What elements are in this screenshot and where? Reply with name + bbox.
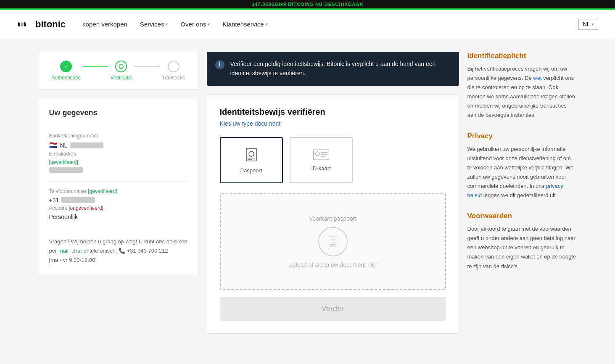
over-ons-chevron: ▾ bbox=[208, 22, 210, 26]
step-line-1 bbox=[83, 66, 108, 67]
center-panel: ℹ Verifieer een geldig identiteitsbewijs… bbox=[207, 52, 459, 334]
privacy-text: We gebruiken uw persoonlijke informatie … bbox=[467, 145, 577, 200]
phone-icon: 📞 bbox=[119, 248, 125, 254]
step-circle-authenticatie: ✓ bbox=[60, 61, 72, 72]
logo[interactable]: bitonic bbox=[17, 19, 66, 30]
phone-label: Telefoonnummer [geverifieerd] bbox=[49, 188, 188, 194]
upload-passport-icon bbox=[318, 227, 348, 256]
verify-title: Identiteitsbewijs verifiëren bbox=[220, 107, 446, 117]
email-blurred bbox=[49, 167, 83, 173]
account-label: Account [ongeverifieerd] bbox=[49, 205, 188, 211]
doc-label-paspoort: Paspoort bbox=[240, 167, 262, 174]
lang-chevron: ▾ bbox=[591, 22, 594, 26]
doc-options: Paspoort ID-kaart bbox=[220, 137, 446, 183]
phone-value: +31 bbox=[49, 197, 188, 203]
help-chat-link[interactable]: chat bbox=[71, 248, 82, 254]
svg-rect-1 bbox=[246, 148, 256, 161]
user-data-title: Uw gegevens bbox=[49, 108, 188, 117]
navbar: bitonic kopen verkopen Services ▾ Over o… bbox=[0, 10, 615, 39]
bank-label: Bankrekeningnummer bbox=[49, 133, 188, 139]
idcard-icon bbox=[313, 148, 330, 161]
step-transactie: Transactie bbox=[162, 61, 185, 81]
nav-klantenservice[interactable]: Klantenservice ▾ bbox=[222, 21, 267, 28]
user-data-card: Uw gegevens Bankrekeningnummer 🇳🇱 NL E-m… bbox=[39, 98, 198, 275]
alert-box: ℹ Verifieer een geldig identiteitsbewijs… bbox=[207, 52, 459, 86]
right-panel: Identificatieplicht Bij het verificatiep… bbox=[467, 52, 577, 334]
klantenservice-chevron: ▾ bbox=[266, 22, 268, 26]
phone-blurred bbox=[61, 197, 95, 203]
svg-point-11 bbox=[331, 239, 335, 243]
step-label-authenticatie: Authenticatie bbox=[52, 75, 81, 81]
phone-badge: [geverifieerd] bbox=[88, 188, 117, 194]
voorwaarden-title: Voorwaarden bbox=[467, 212, 577, 220]
nav-links: kopen verkopen Services ▾ Over ons ▾ Kla… bbox=[82, 21, 578, 28]
voorwaarden-text: Door akkoord te gaan met de voorwaarden … bbox=[467, 224, 577, 271]
alert-text: Verifieer een geldig identiteitsbewijs. … bbox=[230, 59, 451, 78]
bank-section: Bankrekeningnummer 🇳🇱 NL E-mailadres [ge… bbox=[49, 126, 188, 181]
top-bar: 147.85861899 BITCOINS NU BESCHIKBAAR bbox=[0, 0, 615, 8]
id-text: Bij het verificatieproces vragen wij om … bbox=[467, 64, 577, 120]
upload-label: Voorkant paspoort bbox=[309, 215, 357, 222]
svg-rect-10 bbox=[329, 237, 337, 247]
bitcoin-availability: 147.85861899 BITCOINS NU BESCHIKBAAR bbox=[252, 2, 363, 7]
nav-kopen-verkopen[interactable]: kopen verkopen bbox=[82, 21, 127, 28]
id-title: Identificatieplicht bbox=[467, 52, 577, 60]
doc-option-paspoort[interactable]: Paspoort bbox=[220, 137, 283, 183]
voorwaarden-section: Voorwaarden Door akkoord te gaan met de … bbox=[467, 212, 577, 271]
id-section: Identificatieplicht Bij het verificatiep… bbox=[467, 52, 577, 120]
nav-services[interactable]: Services ▾ bbox=[140, 21, 168, 28]
verify-card: Identiteitsbewijs verifiëren Kies uw typ… bbox=[207, 94, 459, 334]
step-label-transactie: Transactie bbox=[162, 75, 185, 81]
privacy-title: Privacy bbox=[467, 132, 577, 140]
bank-value: 🇳🇱 NL bbox=[49, 141, 188, 149]
privacy-section: Privacy We gebruiken uw persoonlijke inf… bbox=[467, 132, 577, 200]
services-chevron: ▾ bbox=[166, 22, 168, 26]
svg-point-2 bbox=[249, 151, 254, 156]
verder-button[interactable]: Verder bbox=[220, 297, 446, 321]
help-mail-link[interactable]: mail bbox=[58, 248, 69, 254]
step-authenticatie: ✓ Authenticatie bbox=[52, 61, 81, 81]
email-value: [geverifieerd] bbox=[49, 159, 188, 165]
step-circle-transactie bbox=[168, 61, 179, 72]
left-panel: ✓ Authenticatie Verificatie Transactie bbox=[39, 52, 198, 334]
email-badge: [geverifieerd] bbox=[49, 159, 78, 165]
upload-zone[interactable]: Voorkant paspoort Upload of sleep uw doc… bbox=[220, 193, 446, 290]
nav-over-ons[interactable]: Over ons ▾ bbox=[180, 21, 210, 28]
alert-icon: ℹ bbox=[215, 60, 224, 69]
account-value: Persoonlijk bbox=[49, 214, 188, 220]
svg-point-0 bbox=[119, 64, 123, 69]
main-content: ✓ Authenticatie Verificatie Transactie bbox=[22, 52, 594, 334]
step-label-verificatie: Verificatie bbox=[110, 75, 132, 81]
passport-icon bbox=[243, 146, 260, 163]
step-verificatie: Verificatie bbox=[110, 61, 132, 81]
wet-link[interactable]: wet bbox=[533, 75, 541, 81]
svg-point-6 bbox=[315, 152, 319, 156]
upload-hint: Upload of sleep uw document hier bbox=[288, 261, 377, 268]
bank-country: NL bbox=[60, 142, 68, 149]
bank-flag: 🇳🇱 bbox=[49, 141, 58, 149]
phone-section: Telefoonnummer [geverifieerd] +31 Accoun… bbox=[49, 181, 188, 229]
language-button[interactable]: NL ▾ bbox=[578, 19, 598, 29]
doc-label-idkaart: ID-kaart bbox=[311, 165, 330, 171]
doc-option-idkaart[interactable]: ID-kaart bbox=[290, 137, 353, 183]
email-label: E-mailadres bbox=[49, 151, 188, 157]
step-circle-verificatie bbox=[115, 61, 127, 72]
bank-number-blurred bbox=[70, 142, 103, 148]
help-text: Vragen? Wij helpen u graag op weg! U kun… bbox=[49, 237, 188, 265]
logo-text: bitonic bbox=[35, 19, 66, 30]
step-line-2 bbox=[134, 66, 160, 67]
choose-label: Kies uw type document bbox=[220, 120, 446, 127]
account-badge: [ongeverifieerd] bbox=[69, 205, 103, 211]
stepper: ✓ Authenticatie Verificatie Transactie bbox=[39, 52, 198, 90]
